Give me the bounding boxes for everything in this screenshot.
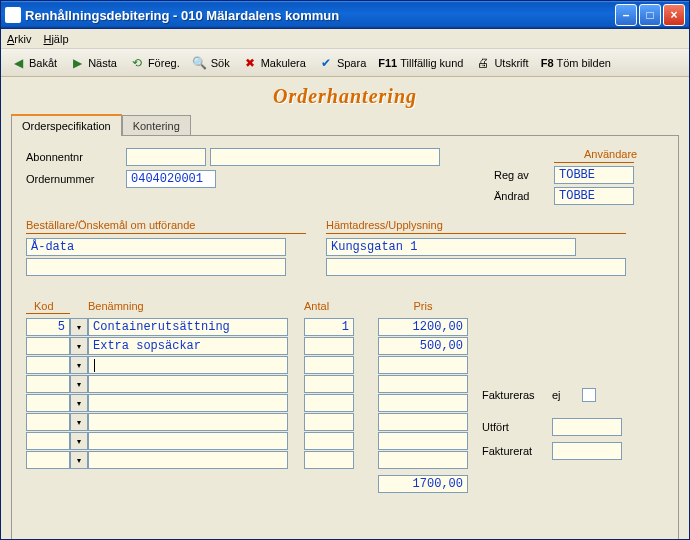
pris-header: Pris [378, 300, 468, 312]
order-line: 5▾Containerutsättning11200,00 [26, 318, 664, 336]
faktureras-ej-checkbox[interactable] [582, 388, 596, 402]
benamning-field[interactable]: Containerutsättning [88, 318, 288, 336]
pris-field[interactable] [378, 375, 468, 393]
ordernummer-field[interactable]: 0404020001 [126, 170, 216, 188]
app-icon [5, 7, 21, 23]
kod-field[interactable] [26, 356, 70, 374]
kod-field[interactable] [26, 375, 70, 393]
sum-field: 1700,00 [378, 475, 468, 493]
menu-hjalp[interactable]: Hjälp [43, 33, 68, 45]
pris-field[interactable] [378, 413, 468, 431]
hamtadress-field-2[interactable] [326, 258, 626, 276]
print-label: Utskrift [494, 57, 528, 69]
dropdown-icon[interactable]: ▾ [70, 432, 88, 450]
save-label: Spara [337, 57, 366, 69]
prev-label: Föreg. [148, 57, 180, 69]
abonnentnr-field[interactable] [126, 148, 206, 166]
tab-orderspec[interactable]: Orderspecifikation [11, 114, 122, 136]
minimize-button[interactable]: – [615, 4, 637, 26]
print-icon: 🖨 [475, 55, 491, 71]
kod-field[interactable] [26, 394, 70, 412]
antal-field[interactable] [304, 356, 354, 374]
antal-field[interactable]: 1 [304, 318, 354, 336]
bestallare-field-2[interactable] [26, 258, 286, 276]
dropdown-icon[interactable]: ▾ [70, 337, 88, 355]
regav-label: Reg av [494, 169, 554, 181]
kod-field[interactable] [26, 451, 70, 469]
pris-field[interactable] [378, 356, 468, 374]
abonnentnr-label: Abonnentnr [26, 151, 126, 163]
fakturerat-label: Fakturerat [482, 445, 552, 457]
temp-customer-button[interactable]: F11 Tillfällig kund [373, 55, 468, 71]
window-buttons: – □ × [615, 4, 685, 26]
dropdown-icon[interactable]: ▾ [70, 451, 88, 469]
hamtadress-label: Hämtadress/Upplysning [326, 219, 626, 231]
menu-arkiv[interactable]: Arkiv [7, 33, 31, 45]
clear-button[interactable]: F8 Töm bilden [536, 55, 616, 71]
dropdown-icon[interactable]: ▾ [70, 394, 88, 412]
antal-field[interactable] [304, 451, 354, 469]
regav-field: TOBBE [554, 166, 634, 184]
benamning-field[interactable] [88, 394, 288, 412]
kod-field[interactable] [26, 413, 70, 431]
dropdown-icon[interactable]: ▾ [70, 356, 88, 374]
next-label: Nästa [88, 57, 117, 69]
benamning-field[interactable] [88, 375, 288, 393]
kod-field[interactable] [26, 432, 70, 450]
menubar: Arkiv Hjälp [1, 29, 689, 49]
search-button[interactable]: 🔍 Sök [187, 53, 235, 73]
tabstrip: Orderspecifikation Kontering [11, 114, 679, 136]
titlebar: Renhållningsdebitering - 010 Mälardalens… [1, 1, 689, 29]
back-icon: ◀ [10, 55, 26, 71]
benamning-field[interactable] [88, 356, 288, 374]
benamning-field[interactable] [88, 413, 288, 431]
f8-key: F8 [541, 57, 554, 69]
pris-field[interactable] [378, 394, 468, 412]
pris-field[interactable]: 500,00 [378, 337, 468, 355]
pris-field[interactable] [378, 451, 468, 469]
antal-field[interactable] [304, 394, 354, 412]
tab-kontering[interactable]: Kontering [122, 115, 191, 136]
benamning-field[interactable]: Extra sopsäckar [88, 337, 288, 355]
bestallare-field-1[interactable]: Å-data [26, 238, 286, 256]
utfort-label: Utfört [482, 421, 552, 433]
window-title: Renhållningsdebitering - 010 Mälardalens… [25, 8, 615, 23]
search-label: Sök [211, 57, 230, 69]
antal-field[interactable] [304, 375, 354, 393]
pris-field[interactable]: 1200,00 [378, 318, 468, 336]
print-button[interactable]: 🖨 Utskrift [470, 53, 533, 73]
next-button[interactable]: ▶ Nästa [64, 53, 122, 73]
benamning-field[interactable] [88, 451, 288, 469]
back-button[interactable]: ◀ Bakåt [5, 53, 62, 73]
cancel-icon: ✖ [242, 55, 258, 71]
benamning-field[interactable] [88, 432, 288, 450]
kod-field[interactable] [26, 337, 70, 355]
cancel-button[interactable]: ✖ Makulera [237, 53, 311, 73]
search-icon: 🔍 [192, 55, 208, 71]
antal-field[interactable] [304, 432, 354, 450]
antal-field[interactable] [304, 337, 354, 355]
back-label: Bakåt [29, 57, 57, 69]
save-button[interactable]: ✔ Spara [313, 53, 371, 73]
abonnent-name-field[interactable] [210, 148, 440, 166]
app-window: Renhållningsdebitering - 010 Mälardalens… [0, 0, 690, 540]
anvandare-label: Användare [584, 148, 664, 160]
ej-label: ej [552, 389, 582, 401]
dropdown-icon[interactable]: ▾ [70, 318, 88, 336]
maximize-button[interactable]: □ [639, 4, 661, 26]
kod-field[interactable]: 5 [26, 318, 70, 336]
dropdown-icon[interactable]: ▾ [70, 413, 88, 431]
pris-field[interactable] [378, 432, 468, 450]
utfort-field[interactable] [552, 418, 622, 436]
bestallare-label: Beställare/Önskemål om utförande [26, 219, 306, 231]
prev-button[interactable]: ⟲ Föreg. [124, 53, 185, 73]
kod-header: Kod [26, 300, 70, 312]
close-button[interactable]: × [663, 4, 685, 26]
andrad-label: Ändrad [494, 190, 554, 202]
hamtadress-field-1[interactable]: Kungsgatan 1 [326, 238, 576, 256]
order-line: ▾ [26, 356, 664, 374]
page-title: Orderhantering [11, 85, 679, 108]
antal-field[interactable] [304, 413, 354, 431]
f8-label: Töm bilden [557, 57, 611, 69]
dropdown-icon[interactable]: ▾ [70, 375, 88, 393]
